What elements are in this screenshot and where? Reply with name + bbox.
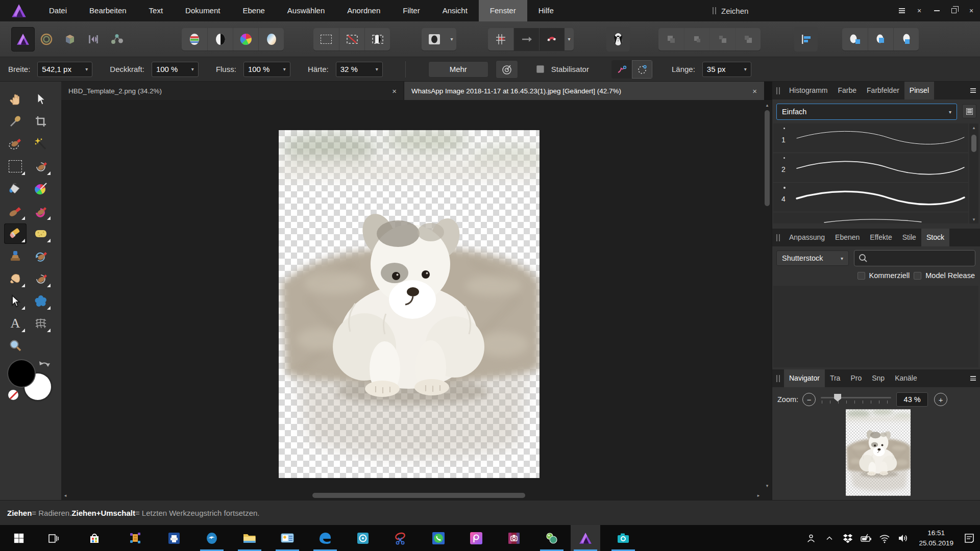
window-stabilizer-button[interactable]	[632, 60, 652, 79]
tab-effekte[interactable]: Effekte	[865, 229, 897, 246]
tab-anpassung[interactable]: Anpassung	[784, 229, 830, 246]
smudge-tool[interactable]	[4, 268, 27, 289]
color-replacement-brush-tool[interactable]	[30, 201, 52, 221]
brush-scroll-thumb[interactable]	[971, 135, 976, 152]
quick-mask-caret[interactable]: ▾	[447, 28, 456, 51]
export-persona-button[interactable]	[105, 27, 129, 52]
tab-transformieren[interactable]: Tra	[825, 369, 845, 387]
length-field[interactable]: 35 px ▾	[702, 62, 751, 77]
zoom-in-button[interactable]: +	[934, 393, 947, 406]
move-tool[interactable]	[30, 89, 52, 109]
people-icon[interactable]	[803, 525, 819, 551]
snapping-move-button[interactable]	[513, 28, 539, 51]
stock-search-input[interactable]	[871, 254, 963, 262]
close-button[interactable]: ×	[963, 0, 980, 21]
alignment-button[interactable]	[794, 27, 818, 52]
openoffice-button[interactable]	[197, 525, 227, 551]
move-to-back-button[interactable]	[735, 28, 761, 51]
panel-drag-handle-icon[interactable]	[713, 7, 716, 14]
hardness-field[interactable]: 32 % ▾	[336, 62, 383, 77]
blur-brush-tool[interactable]	[30, 268, 52, 289]
view-tool[interactable]	[4, 89, 27, 109]
text-tool[interactable]: A	[4, 313, 27, 334]
flood-fill-tool[interactable]	[4, 179, 27, 199]
menu-text[interactable]: Text	[138, 0, 175, 21]
recorder-app-button[interactable]	[348, 525, 378, 551]
width-field[interactable]: 542,1 px ▾	[37, 62, 92, 77]
panel-drag-handle-icon[interactable]	[776, 87, 780, 94]
brush-item-2[interactable]: 2	[773, 153, 968, 183]
zoom-value-field[interactable]: 43 %	[896, 392, 928, 407]
photo-persona-button[interactable]	[11, 27, 35, 52]
whatsapp-button[interactable]	[424, 525, 453, 551]
panel-menu-icon[interactable]	[970, 376, 976, 381]
tab-close-icon[interactable]: ×	[747, 87, 757, 95]
camera-app-button[interactable]	[608, 525, 638, 551]
scroll-down-icon[interactable]: ▾	[970, 215, 978, 223]
tab-farbfelder[interactable]: Farbfelder	[862, 82, 904, 99]
stock-search-box[interactable]	[854, 250, 975, 266]
document-tab-2[interactable]: WhatsApp Image 2018-11-17 at 16.45.23(1)…	[404, 82, 765, 100]
brush-item-3[interactable]: 4	[773, 183, 968, 212]
tab-close-icon[interactable]: ×	[387, 87, 397, 95]
hsl-wheel-button[interactable]	[233, 28, 258, 51]
tab-stile[interactable]: Stile	[897, 229, 921, 246]
scroll-right-icon[interactable]: ▸	[754, 491, 763, 499]
move-forward-button[interactable]	[684, 28, 709, 51]
printer-app-button[interactable]	[159, 525, 189, 551]
swap-colors-icon[interactable]	[38, 358, 52, 371]
tab-histogramm[interactable]: Histogramm	[784, 82, 832, 99]
scroll-left-icon[interactable]: ◂	[61, 491, 69, 499]
white-balance-button[interactable]	[258, 28, 284, 51]
width-caret-icon[interactable]: ▾	[81, 66, 88, 72]
scroll-down-icon[interactable]: ▾	[763, 482, 771, 490]
navigator-thumbnail[interactable]	[846, 409, 911, 496]
tab-farbe[interactable]: Farbe	[832, 82, 862, 99]
insert-on-top-button[interactable]	[893, 28, 919, 51]
node-tool[interactable]	[4, 291, 27, 311]
invert-selection-button[interactable]	[364, 28, 390, 51]
hardness-caret-icon[interactable]: ▾	[372, 66, 378, 72]
length-caret-icon[interactable]: ▾	[740, 66, 747, 72]
dropbox-icon[interactable]	[840, 525, 855, 551]
scroll-up-icon[interactable]: ▴	[970, 123, 978, 132]
tab-navigator[interactable]: Navigator	[784, 369, 825, 387]
zoom-tool[interactable]	[4, 336, 27, 356]
minimize-button[interactable]	[928, 0, 945, 21]
wifi-icon[interactable]	[877, 525, 892, 551]
action-center-icon[interactable]	[962, 525, 977, 551]
foreground-color-swatch[interactable]	[8, 360, 35, 387]
system-info-app-button[interactable]	[273, 525, 302, 551]
document-tab-1[interactable]: HBD_Template_2.png (34.2%) ×	[61, 82, 404, 100]
quick-mask-button[interactable]	[422, 28, 447, 51]
photo-manager-app-button[interactable]	[120, 525, 150, 551]
horizontal-scroll-thumb[interactable]	[312, 493, 525, 498]
tab-kanaele[interactable]: Kanäle	[890, 369, 922, 387]
tray-chevron-up-icon[interactable]	[822, 525, 837, 551]
color-picker-tool[interactable]	[4, 111, 27, 132]
horizontal-scrollbar[interactable]: ◂ ▸	[61, 491, 763, 500]
zoom-slider[interactable]	[821, 393, 891, 406]
insert-behind-button[interactable]	[842, 28, 868, 51]
volume-icon[interactable]	[895, 525, 911, 551]
model-release-checkbox[interactable]	[914, 272, 921, 280]
document-image[interactable]	[279, 130, 540, 478]
taskbar-clock[interactable]: 16:51 25.05.2019	[914, 528, 959, 548]
assistant-button[interactable]	[606, 27, 630, 52]
move-to-front-button[interactable]	[658, 28, 684, 51]
clone-stamp-tool[interactable]	[4, 246, 27, 266]
vertical-scrollbar[interactable]: ▴ ▾	[763, 100, 772, 491]
tone-mapping-persona-button[interactable]	[82, 27, 105, 52]
task-view-button[interactable]	[39, 525, 68, 551]
gradient-tool[interactable]	[30, 179, 52, 199]
deselect-button[interactable]	[339, 28, 364, 51]
menu-datei[interactable]: Datei	[38, 0, 78, 21]
panel-drag-handle-icon[interactable]	[776, 375, 780, 382]
opacity-field[interactable]: 100 % ▾	[152, 62, 199, 77]
canvas-area[interactable]: ◂ ▸ ▴ ▾	[61, 100, 772, 500]
tab-pinsel[interactable]: Pinsel	[904, 82, 934, 99]
panel-close-icon[interactable]: ×	[911, 0, 928, 21]
tab-protokoll[interactable]: Pro	[845, 369, 867, 387]
background-eraser-tool[interactable]	[30, 223, 52, 244]
photos-app-button[interactable]	[499, 525, 529, 551]
